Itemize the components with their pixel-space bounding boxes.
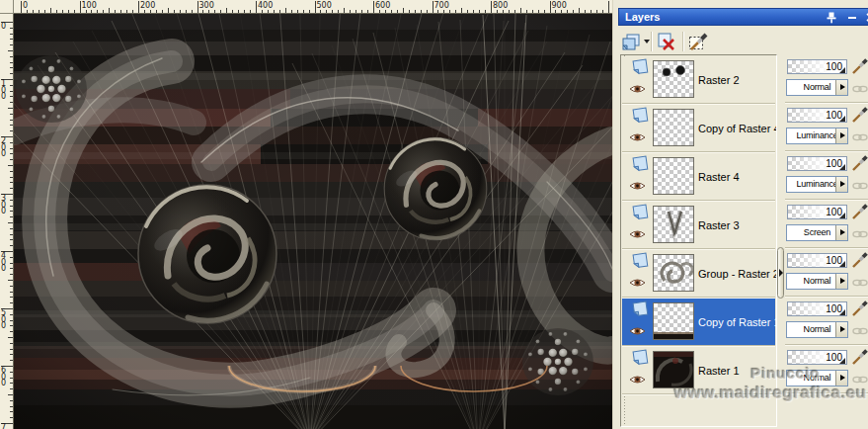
- layer-name: Raster 3: [698, 202, 777, 249]
- layer-props-row: 100Normal: [785, 298, 868, 345]
- layer-page-icon: [630, 58, 651, 81]
- visibility-eye-icon[interactable]: [629, 323, 646, 341]
- layer-properties-panel: 100Normal100Luminance (L)100Luminance (L…: [785, 54, 868, 427]
- opacity-slider-handle[interactable]: [839, 116, 845, 122]
- opacity-field[interactable]: 100: [787, 350, 847, 365]
- panel-splitter: [777, 54, 785, 427]
- layer-page-icon: [630, 252, 651, 275]
- layer-row-raster-4[interactable]: Raster 4: [622, 153, 775, 201]
- minimize-icon[interactable]: [845, 11, 859, 24]
- blend-mode-arrow[interactable]: [835, 177, 847, 192]
- brush-indicator-icon: [852, 155, 868, 175]
- layer-props-row: 100Normal: [785, 55, 868, 103]
- link-icon: [852, 275, 868, 293]
- visibility-eye-icon[interactable]: [629, 129, 646, 147]
- blend-mode-arrow[interactable]: [835, 80, 847, 95]
- layer-thumbnail[interactable]: [653, 254, 694, 292]
- layer-thumbnail[interactable]: [653, 302, 694, 340]
- delete-layer-button[interactable]: [655, 31, 678, 53]
- visibility-eye-icon[interactable]: [629, 372, 646, 389]
- edit-selection-button[interactable]: [686, 31, 712, 53]
- opacity-field[interactable]: 100: [787, 253, 847, 268]
- blend-mode-arrow[interactable]: [835, 322, 847, 337]
- palette-toolbar: [613, 30, 868, 54]
- vignette: [14, 14, 612, 429]
- new-layer-icon: [621, 33, 641, 52]
- layer-page-icon: [630, 107, 651, 129]
- layer-thumbnail[interactable]: [653, 351, 694, 388]
- visibility-eye-icon[interactable]: [629, 81, 646, 99]
- layer-thumbnail[interactable]: [653, 60, 694, 98]
- visibility-eye-icon[interactable]: [629, 275, 646, 293]
- link-icon: [852, 226, 868, 244]
- layer-name: Copy of Raster 1: [698, 299, 777, 346]
- splitter-grip[interactable]: [777, 247, 784, 299]
- new-layer-button[interactable]: [619, 31, 643, 53]
- blend-mode-arrow[interactable]: [835, 371, 847, 386]
- layer-row-copy-of-raster-4[interactable]: Copy of Raster 4: [622, 105, 775, 152]
- blend-mode-select[interactable]: Normal: [786, 370, 848, 386]
- visibility-eye-icon[interactable]: [629, 226, 646, 244]
- palette-titlebar[interactable]: Layers: [618, 8, 868, 26]
- link-icon: [852, 129, 868, 147]
- opacity-slider-handle[interactable]: [839, 358, 845, 364]
- blend-mode-arrow[interactable]: [835, 274, 847, 289]
- opacity-field[interactable]: 100: [787, 108, 847, 123]
- brush-indicator-icon: [852, 107, 868, 127]
- layer-thumbnail[interactable]: [653, 109, 694, 146]
- layer-row-copy-of-raster-1[interactable]: Copy of Raster 1: [622, 299, 775, 346]
- opacity-slider-handle[interactable]: [839, 309, 845, 315]
- layer-row-raster-1[interactable]: Raster 1: [622, 347, 775, 394]
- link-icon: [852, 323, 868, 341]
- layer-page-icon: [630, 300, 651, 323]
- opacity-field[interactable]: 100: [787, 301, 847, 316]
- opacity-slider-handle[interactable]: [839, 261, 845, 267]
- toolbar-separator: [651, 32, 653, 51]
- pin-icon[interactable]: [825, 11, 838, 24]
- brush-indicator-icon: [852, 300, 868, 320]
- layer-list: Raster 2Copy of Raster 4Raster 4Raster 3…: [620, 54, 777, 427]
- canvas-image[interactable]: [14, 14, 612, 429]
- visibility-eye-icon[interactable]: [629, 178, 646, 196]
- blend-mode-select[interactable]: Luminance (L): [786, 128, 848, 144]
- palette-title: Layers: [625, 11, 660, 23]
- layer-page-icon: [630, 155, 651, 178]
- blend-mode-select[interactable]: Normal: [786, 273, 848, 290]
- ruler-corner: [0, 0, 14, 14]
- opacity-field[interactable]: 100: [787, 59, 847, 74]
- layer-props-row: 100Screen: [785, 201, 868, 248]
- edit-selection-icon: [688, 33, 710, 52]
- layer-row-raster-2[interactable]: Raster 2: [622, 56, 775, 104]
- opacity-slider-handle[interactable]: [839, 67, 845, 73]
- layer-props-row: 100Normal: [785, 346, 868, 393]
- new-layer-dropdown-arrow[interactable]: [644, 40, 650, 43]
- delete-layer-icon: [657, 33, 676, 52]
- app-window: 0100200300400500600700800900 01 0 02 0 0…: [0, 0, 868, 429]
- layer-props-row: 100Luminance (L): [785, 152, 868, 200]
- blend-mode-arrow[interactable]: [835, 225, 847, 240]
- opacity-slider-handle[interactable]: [839, 164, 845, 170]
- blend-mode-select[interactable]: Screen: [786, 224, 848, 241]
- brush-indicator-icon: [852, 349, 868, 369]
- blend-mode-arrow[interactable]: [835, 129, 847, 143]
- layer-page-icon: [630, 349, 651, 372]
- opacity-field[interactable]: 100: [787, 205, 847, 219]
- brush-indicator-icon: [852, 252, 868, 272]
- layer-page-icon: [630, 204, 651, 226]
- blend-mode-select[interactable]: Normal: [786, 321, 848, 338]
- layer-thumbnail[interactable]: [653, 206, 694, 243]
- blend-mode-select[interactable]: Normal: [786, 79, 848, 96]
- blend-mode-select[interactable]: Luminance (L): [786, 176, 848, 193]
- layer-row-raster-3[interactable]: Raster 3: [622, 202, 775, 249]
- opacity-slider-handle[interactable]: [839, 213, 845, 218]
- layers-palette: Layers: [612, 0, 868, 429]
- layer-name: Copy of Raster 4: [698, 105, 777, 152]
- layer-row-group-raster-2[interactable]: Group - Raster 2: [622, 250, 775, 298]
- splitter-arrow-icon: [779, 269, 783, 277]
- layer-name: Group - Raster 2: [698, 250, 777, 298]
- layer-name: Raster 2: [698, 56, 777, 104]
- opacity-field[interactable]: 100: [787, 156, 847, 171]
- layer-thumbnail[interactable]: [653, 157, 694, 195]
- link-icon: [852, 178, 868, 196]
- close-icon[interactable]: [864, 11, 868, 24]
